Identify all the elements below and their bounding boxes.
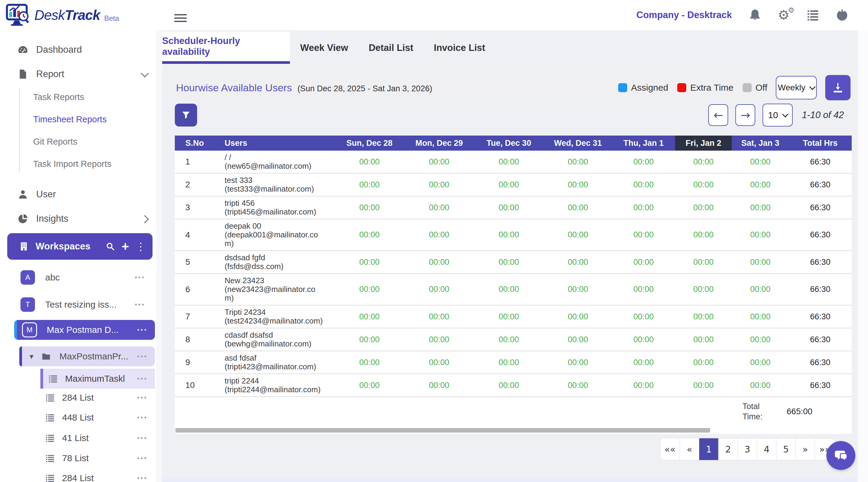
cell-time: 00:00	[612, 358, 675, 367]
app-logo[interactable]: DeskTrack Beta	[5, 4, 119, 27]
company-name[interactable]: Company - Desktrack	[637, 10, 732, 21]
period-select[interactable]: Weekly	[776, 76, 817, 99]
workspace-more-icon[interactable]: •••	[137, 326, 148, 334]
sidebar-subitem-1[interactable]: Timesheet Reports	[0, 108, 156, 130]
table-row: 7Tripti 24234(test24234@mailinator.com)0…	[175, 306, 852, 328]
list-more-icon[interactable]: •••	[137, 434, 148, 442]
notifications-bell-icon[interactable]	[749, 8, 761, 22]
folder-stripe	[19, 347, 22, 366]
sidebar-label-user: User	[36, 189, 56, 200]
prev-page-button[interactable]: ←	[708, 104, 728, 126]
workspace-item[interactable]: TTest resizing iss...•••	[0, 295, 156, 315]
list-more-icon[interactable]: •••	[137, 474, 148, 482]
sidebar-item-user[interactable]: User	[0, 185, 156, 203]
list-item[interactable]: 284 List•••	[40, 468, 155, 482]
settings-gears-icon[interactable]: ⚙⚙	[778, 8, 789, 22]
hamburger-menu-icon[interactable]	[174, 12, 187, 23]
cell-sno: 6	[175, 285, 214, 294]
sidebar-item-report[interactable]: Report	[0, 65, 156, 83]
list-item[interactable]: 284 List•••	[40, 388, 155, 408]
sidebar-subitem-0[interactable]: Task Reports	[0, 86, 156, 108]
project-folder-item[interactable]: ▾ MaxPostmanPr... •••	[19, 347, 155, 366]
cell-time: 00:00	[544, 203, 612, 213]
cell-time: 00:00	[732, 335, 789, 344]
list-item[interactable]: 78 List•••	[40, 448, 155, 468]
user-name: dsdsad fgfd	[224, 253, 324, 262]
cell-sno: 8	[175, 335, 214, 344]
insights-pie-icon	[18, 213, 28, 224]
workspace-label: abc	[45, 272, 60, 283]
workspace-more-icon[interactable]: •••	[135, 301, 145, 309]
user-email: (bewhg@mailinator.com)	[224, 340, 324, 348]
table-row: 1/ /(new65@mailinator.com)00:0000:0000:0…	[175, 151, 852, 173]
cell-time: 00:00	[335, 203, 404, 213]
bottom-strip	[162, 478, 858, 482]
list-more-icon[interactable]: •••	[137, 454, 148, 462]
filter-button[interactable]	[175, 104, 197, 127]
cell-time: 00:00	[404, 180, 474, 190]
dashboard-gauge-icon	[18, 44, 28, 55]
tab-3[interactable]: Invoice List	[424, 32, 495, 64]
workspace-item-selected[interactable]: M Max Postman D... •••	[14, 320, 155, 340]
page-button-3[interactable]: 3	[738, 438, 757, 460]
page-button-«[interactable]: «	[680, 438, 699, 460]
table-row: 6New 23423(new23423@mailinator.com)00:00…	[175, 274, 852, 306]
tab-2[interactable]: Detail List	[358, 32, 424, 64]
page-button-5[interactable]: 5	[776, 438, 796, 460]
next-page-button[interactable]: →	[735, 104, 755, 126]
total-time-label: Total Time:	[732, 401, 768, 422]
sidebar-item-insights[interactable]: Insights	[0, 210, 156, 228]
brand-text: DeskTrack	[34, 7, 100, 23]
page-title: Hourwise Available Users	[176, 82, 292, 94]
scrollbar-thumb[interactable]	[176, 428, 710, 432]
chat-fab-button[interactable]	[827, 441, 855, 470]
cell-user: tripti 456(tripti456@mailinator.com)	[214, 199, 335, 216]
active-list-more-icon[interactable]: •••	[137, 375, 148, 383]
caret-down-icon[interactable]: ▾	[30, 352, 33, 361]
column-header-8: Sat, Jan 3	[732, 135, 789, 151]
page-button-1[interactable]: 1	[699, 438, 718, 460]
list-item[interactable]: 41 List•••	[40, 428, 155, 448]
cell-time: 00:00	[732, 381, 789, 390]
cell-sno: 2	[175, 180, 214, 190]
sidebar-subitem-2[interactable]: Git Reports	[0, 130, 156, 153]
page-button-4[interactable]: 4	[757, 438, 776, 460]
workspaces-header[interactable]: Workspaces + ⋮	[7, 233, 153, 260]
horizontal-scrollbar[interactable]	[175, 427, 852, 434]
user-email: (new23423@mailinator.com)	[224, 285, 324, 302]
list-item[interactable]: 448 List•••	[40, 408, 155, 427]
page-size-select[interactable]: 10	[763, 104, 793, 127]
sidebar-item-dashboard[interactable]: Dashboard	[0, 41, 156, 59]
list-menu-icon[interactable]	[807, 9, 819, 21]
add-workspace-icon[interactable]: +	[121, 240, 129, 253]
page-button-»[interactable]: »	[796, 438, 815, 460]
cell-time: 00:00	[612, 258, 675, 267]
cell-time: 00:00	[544, 335, 612, 344]
page-button-««[interactable]: ««	[660, 438, 680, 460]
column-header-6: Thu, Jan 1	[612, 135, 675, 151]
building-icon	[19, 241, 29, 252]
legend-swatch	[677, 83, 686, 92]
workspace-item[interactable]: Aabc•••	[0, 267, 156, 287]
workspaces-more-icon[interactable]: ⋮	[135, 240, 146, 252]
user-name: cdasdf dsafsd	[224, 331, 324, 340]
workspace-avatar: T	[21, 297, 35, 312]
workspace-more-icon[interactable]: •••	[135, 274, 145, 281]
list-label: 284 List	[62, 473, 94, 482]
legend-swatch	[743, 83, 752, 92]
sidebar-label-dashboard: Dashboard	[36, 44, 82, 55]
cell-user: tripti 2244(tripti2244@mailinator.com)	[214, 377, 335, 394]
tab-1[interactable]: Week View	[290, 32, 358, 64]
folder-more-icon[interactable]: •••	[137, 352, 148, 360]
sidebar-scrollbar[interactable]	[156, 30, 162, 482]
page-button-2[interactable]: 2	[718, 438, 738, 460]
sidebar-subitem-3[interactable]: Task Import Reports	[0, 153, 156, 175]
logout-power-icon[interactable]	[836, 9, 848, 22]
list-more-icon[interactable]: •••	[137, 394, 148, 401]
list-more-icon[interactable]: •••	[137, 414, 148, 421]
main-scrollbar-track[interactable]	[858, 30, 868, 482]
download-button[interactable]	[825, 75, 850, 100]
list-item-active[interactable]: MaximumTaskl •••	[40, 369, 155, 389]
tab-0[interactable]: Scheduler-Hourly availability	[162, 32, 290, 64]
search-icon[interactable]	[106, 242, 115, 251]
